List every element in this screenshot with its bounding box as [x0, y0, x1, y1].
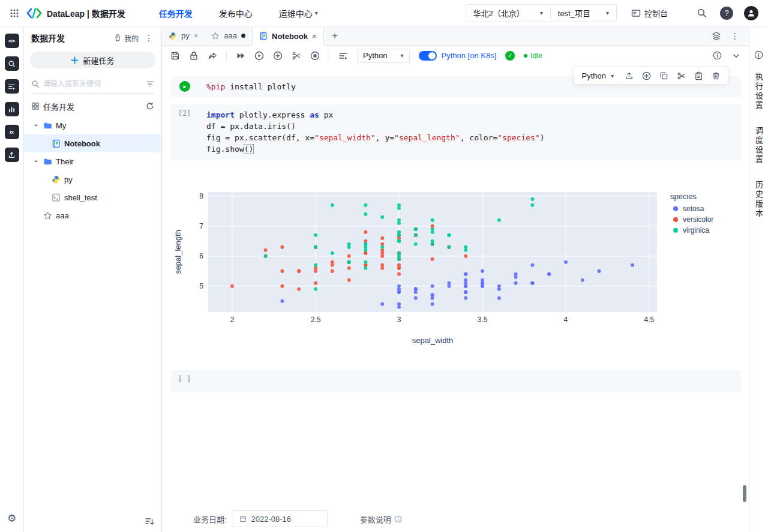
- apps-grid-icon[interactable]: [10, 8, 19, 18]
- new-tab-button[interactable]: +: [324, 26, 346, 45]
- kernel-select[interactable]: Python ▾: [357, 49, 410, 63]
- tab-schedule-settings[interactable]: 调度设置: [753, 127, 764, 165]
- function-module-icon[interactable]: fx: [5, 125, 19, 139]
- tabbar-more-menu[interactable]: ⋮: [730, 31, 740, 41]
- user-avatar[interactable]: [744, 6, 758, 20]
- tab-py[interactable]: py ×: [162, 26, 205, 45]
- help-button[interactable]: ?: [720, 7, 733, 20]
- console-icon: [631, 8, 641, 18]
- search-input[interactable]: [43, 80, 142, 88]
- code-editor[interactable]: import plotly.express as pxdf = px.data.…: [198, 104, 741, 160]
- lock-button[interactable]: [189, 51, 199, 61]
- export-cell-button[interactable]: [625, 71, 634, 80]
- cut-cell-button[interactable]: [292, 51, 301, 61]
- sidebar-more-menu[interactable]: ⋮: [143, 33, 154, 43]
- person-icon: [746, 8, 756, 18]
- business-date-input[interactable]: [251, 515, 321, 524]
- nav-release-center[interactable]: 发布中心: [219, 7, 253, 19]
- tree-item-notebook[interactable]: Notebook: [24, 134, 161, 152]
- cut-cell-button[interactable]: [677, 71, 686, 80]
- interrupt-kernel-button[interactable]: [310, 51, 320, 61]
- tree-item-label: aaa: [56, 211, 69, 220]
- run-cell-play-icon[interactable]: ▶: [179, 81, 190, 92]
- share-button[interactable]: [208, 51, 217, 61]
- tree-folder-their[interactable]: Their: [24, 152, 161, 170]
- params-help[interactable]: 参数说明: [360, 513, 402, 525]
- region-select[interactable]: 华北2（北京）▾: [466, 7, 550, 19]
- refresh-icon[interactable]: [146, 102, 154, 110]
- new-task-button[interactable]: 新建任务: [30, 52, 155, 68]
- nav-task-dev[interactable]: 任务开发: [159, 7, 193, 19]
- layers-icon[interactable]: [712, 31, 721, 41]
- notebook-toolbar: Python ▾ Python [on K8s] ✓ Idle: [162, 46, 749, 65]
- tree-item-shell-test[interactable]: shell_test: [24, 188, 161, 206]
- collapse-toolbar-icon[interactable]: [732, 52, 740, 60]
- mine-label: 我的: [124, 33, 139, 43]
- nav-ops-center[interactable]: 运维中心▾: [279, 7, 318, 19]
- add-cell-button[interactable]: [642, 71, 651, 80]
- cell-plotly-code[interactable]: [2] import plotly.express as pxdf = px.d…: [171, 104, 741, 160]
- tree-folder-my[interactable]: My: [24, 116, 161, 134]
- tab-notebook[interactable]: Notebook ×: [252, 26, 324, 46]
- svg-text:4.5: 4.5: [644, 315, 655, 324]
- project-select-value: test_项目: [558, 7, 590, 19]
- chevron-down-icon: ▾: [400, 52, 403, 59]
- run-cell-button[interactable]: [254, 51, 264, 61]
- panel-info-icon[interactable]: [754, 50, 763, 59]
- tree-item-aaa[interactable]: aaa: [24, 206, 161, 224]
- run-queue-button[interactable]: [338, 51, 348, 61]
- tree-item-label: Their: [56, 157, 74, 166]
- cell-empty[interactable]: [ ]: [171, 370, 741, 392]
- adhoc-query-module-icon[interactable]: [5, 56, 19, 71]
- search-icon: [31, 80, 40, 88]
- divider: [226, 51, 227, 61]
- save-button[interactable]: [170, 51, 180, 61]
- cell-kernel-select[interactable]: Python ▾: [581, 71, 616, 80]
- new-task-label: 新建任务: [83, 55, 114, 66]
- tab-aaa[interactable]: aaa: [205, 26, 252, 45]
- console-button[interactable]: 控制台: [631, 7, 668, 19]
- chevron-down-icon: ▾: [611, 73, 614, 79]
- data-quality-module-icon[interactable]: [5, 102, 19, 116]
- tree-item-py[interactable]: py: [24, 170, 161, 188]
- cell-scrollbar-thumb[interactable]: [743, 485, 746, 502]
- tab-history-versions[interactable]: 历史版本: [753, 181, 764, 219]
- resource-upload-module-icon[interactable]: [5, 148, 19, 162]
- chevron-down-icon: ▾: [606, 10, 609, 16]
- settings-gear-icon[interactable]: ⚙: [7, 512, 16, 525]
- add-cell-button[interactable]: [273, 51, 283, 61]
- star-icon: [43, 211, 52, 220]
- divider: [329, 51, 329, 61]
- filter-icon[interactable]: [146, 80, 154, 88]
- business-date-picker[interactable]: [233, 510, 328, 527]
- k8s-toggle[interactable]: [419, 51, 437, 61]
- copy-cell-button[interactable]: [659, 71, 668, 80]
- tree-header-label: 任务开发: [43, 101, 74, 112]
- svg-text:virginica: virginica: [683, 226, 709, 235]
- info-icon[interactable]: [713, 51, 722, 60]
- sort-icon[interactable]: [145, 516, 154, 526]
- tab-exec-settings[interactable]: 执行设置: [753, 73, 764, 111]
- svg-text:sepal_length: sepal_length: [173, 230, 182, 274]
- svg-text:sepal_width: sepal_width: [412, 336, 454, 345]
- close-icon[interactable]: ×: [312, 32, 317, 41]
- kernel-select-value: Python: [363, 51, 387, 60]
- folder-icon: [43, 157, 52, 166]
- caret-down-icon: [32, 158, 40, 165]
- project-select[interactable]: test_项目▾: [551, 7, 616, 19]
- close-icon[interactable]: ×: [194, 31, 199, 40]
- delete-cell-button[interactable]: [712, 71, 721, 80]
- code-editor[interactable]: [198, 370, 741, 392]
- paste-cell-button[interactable]: [694, 71, 703, 80]
- mine-filter-button[interactable]: 我的: [113, 33, 139, 43]
- data-dev-module-icon[interactable]: </>: [5, 34, 19, 48]
- search-icon[interactable]: [697, 8, 707, 18]
- run-all-button[interactable]: [236, 51, 245, 61]
- kernel-status: Idle: [524, 52, 542, 60]
- top-header: DataLeap | 数据开发 任务开发 发布中心 运维中心▾ 华北2（北京）▾…: [0, 0, 768, 26]
- svg-text:3.5: 3.5: [478, 315, 488, 324]
- svg-text:versicolor: versicolor: [683, 215, 713, 224]
- task-list-module-icon[interactable]: [5, 79, 19, 94]
- tab-label: Notebook: [272, 32, 308, 41]
- svg-text:4: 4: [564, 315, 568, 324]
